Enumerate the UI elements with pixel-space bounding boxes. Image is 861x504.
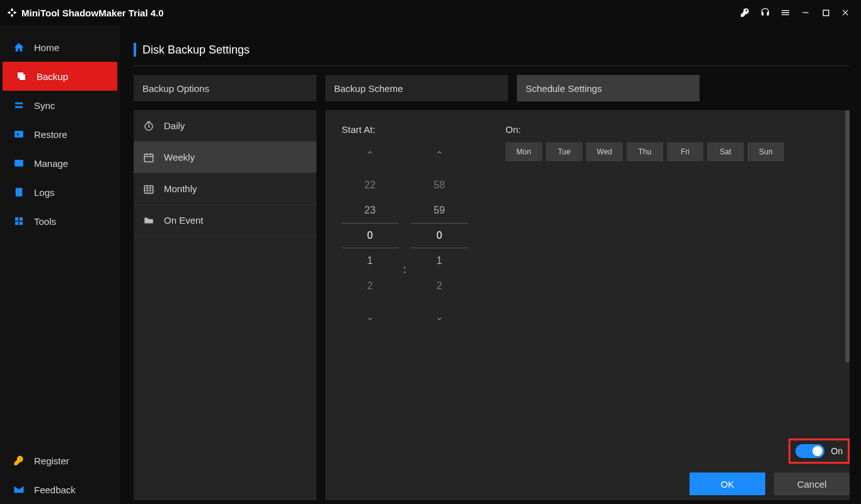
toggle-knob [812,446,823,456]
sidebar-item-label: Tools [34,216,56,227]
time-picker: 22 23 0 1 2 : 58 5 [342,142,468,329]
day-selector: Mon Tue Wed Thu Fri Sat Sun [506,142,784,161]
svg-rect-4 [144,185,153,193]
schedule-mode-monthly[interactable]: Monthly [134,173,316,205]
schedule-toggle-highlight: On [789,438,850,464]
day-mon[interactable]: Mon [506,142,542,161]
restore-icon [13,128,25,140]
sidebar-item-home[interactable]: Home [0,33,120,62]
manage-icon [13,157,25,169]
ok-button[interactable]: OK [690,472,765,495]
support-icon[interactable] [756,4,774,21]
toggle-label: On [831,446,843,456]
day-tue[interactable]: Tue [546,142,582,161]
sync-icon [13,99,25,112]
hour-up-icon[interactable] [342,142,398,163]
minute-option[interactable]: 59 [411,198,468,223]
sidebar-item-label: Feedback [34,484,76,495]
sidebar-item-label: Manage [34,158,68,169]
day-thu[interactable]: Thu [627,142,663,161]
app-logo-icon [6,7,18,18]
sidebar-item-register[interactable]: Register [0,446,120,475]
sidebar-item-restore[interactable]: Restore [0,120,120,149]
hour-option[interactable]: 23 [342,198,398,223]
tab-backup-scheme[interactable]: Backup Scheme [325,75,508,101]
sidebar-item-logs[interactable]: Logs [0,178,120,207]
schedule-mode-daily[interactable]: Daily [134,110,316,142]
sidebar-item-sync[interactable]: Sync [0,91,120,120]
sidebar-item-label: Sync [34,100,55,111]
sidebar-item-feedback[interactable]: Feedback [0,475,120,504]
content-area: Disk Backup Settings Backup Options Back… [120,25,861,504]
minute-down-icon[interactable] [411,309,468,329]
hour-option[interactable]: 22 [342,173,398,198]
sidebar-item-label: Backup [37,71,68,82]
minute-up-icon[interactable] [411,142,468,163]
sidebar-item-label: Home [34,42,59,53]
sidebar-item-label: Restore [34,129,67,140]
sidebar-item-backup[interactable]: Backup [3,62,117,91]
calendar-month-icon [142,183,155,195]
minute-selected[interactable]: 0 [411,223,468,248]
minute-option[interactable]: 58 [411,173,468,198]
svg-rect-1 [823,10,829,16]
settings-tabs: Backup Options Backup Scheme Schedule Se… [134,75,850,101]
menu-icon[interactable] [777,4,794,21]
day-wed[interactable]: Wed [586,142,623,161]
title-accent [134,43,136,57]
tab-backup-options[interactable]: Backup Options [134,75,316,101]
tab-schedule-settings[interactable]: Schedule Settings [517,75,700,101]
calendar-week-icon [142,151,155,164]
schedule-mode-on-event[interactable]: On Event [134,205,316,236]
scrollbar[interactable] [845,110,850,362]
divider [134,66,850,66]
day-sun[interactable]: Sun [748,142,784,161]
title-bar: MiniTool ShadowMaker Trial 4.0 [0,0,861,25]
on-label: On: [506,124,784,135]
cancel-button[interactable]: Cancel [774,472,850,495]
app-title: MiniTool ShadowMaker Trial 4.0 [21,8,164,18]
dialog-buttons: OK Cancel [690,472,850,495]
maximize-icon[interactable] [817,4,835,21]
svg-rect-3 [144,154,153,161]
start-at-column: Start At: 22 23 0 1 2 [342,124,468,486]
schedule-mode-label: On Event [164,215,204,226]
schedule-mode-label: Monthly [164,183,197,194]
hour-option[interactable]: 2 [342,273,398,299]
schedule-toggle[interactable] [795,444,824,458]
schedule-mode-list: Daily Weekly Monthly On Event [134,110,316,500]
tools-icon [13,215,25,227]
minute-option[interactable]: 1 [411,248,468,273]
folder-icon [142,214,155,227]
day-sat[interactable]: Sat [707,142,744,161]
hour-selected[interactable]: 0 [342,223,398,248]
close-icon[interactable] [837,4,855,21]
tab-label: Schedule Settings [526,83,602,94]
sidebar-item-manage[interactable]: Manage [0,149,120,178]
page-title: Disk Backup Settings [142,43,250,57]
on-days-column: On: Mon Tue Wed Thu Fri Sat Sun [506,124,784,486]
sidebar-item-label: Logs [34,187,55,198]
logs-icon [13,186,25,198]
start-at-label: Start At: [342,124,468,135]
hour-option[interactable]: 1 [342,248,398,273]
svg-rect-0 [802,12,808,13]
tab-label: Backup Scheme [334,83,403,94]
license-key-icon[interactable] [736,4,754,21]
home-icon [13,41,25,54]
day-fri[interactable]: Fri [667,142,703,161]
hour-picker[interactable]: 22 23 0 1 2 [342,142,398,329]
schedule-config-panel: Start At: 22 23 0 1 2 [325,110,850,500]
backup-icon [15,70,28,83]
minute-option[interactable]: 2 [411,273,468,299]
minute-picker[interactable]: 58 59 0 1 2 [411,142,468,329]
schedule-mode-label: Daily [164,120,185,131]
clock-icon [142,120,155,132]
schedule-mode-weekly[interactable]: Weekly [134,142,316,173]
key-icon [13,454,25,467]
sidebar-item-tools[interactable]: Tools [0,207,120,236]
app-logo: MiniTool ShadowMaker Trial 4.0 [6,7,164,18]
minimize-icon[interactable] [797,4,814,21]
hour-down-icon[interactable] [342,309,398,329]
mail-icon [13,483,25,496]
